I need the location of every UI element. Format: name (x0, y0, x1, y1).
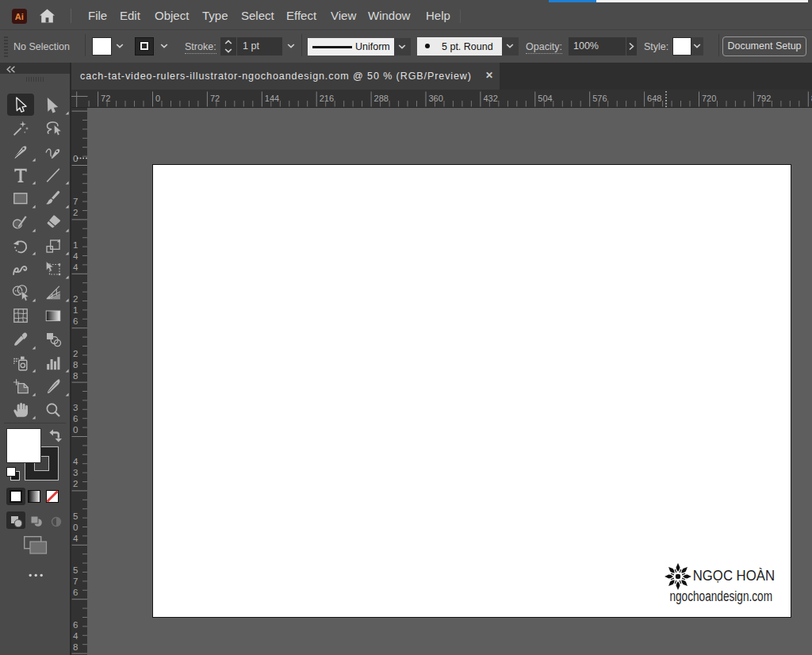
svg-text:7: 7 (73, 576, 78, 586)
svg-text:720: 720 (702, 94, 716, 103)
svg-text:4: 4 (73, 631, 79, 641)
svg-text:576: 576 (592, 94, 607, 103)
svg-text:2: 2 (73, 479, 78, 488)
svg-text:8: 8 (73, 360, 78, 370)
svg-text:1: 1 (73, 240, 78, 250)
svg-text:504: 504 (538, 94, 552, 103)
svg-text:4: 4 (73, 457, 79, 466)
svg-text:144: 144 (265, 94, 279, 103)
svg-text:216: 216 (320, 94, 334, 103)
svg-text:2: 2 (73, 294, 78, 304)
svg-text:5: 5 (73, 565, 78, 575)
svg-text:3: 3 (73, 403, 78, 412)
svg-text:4: 4 (73, 251, 79, 261)
svg-text:6: 6 (73, 414, 78, 423)
svg-text:0: 0 (73, 523, 78, 532)
svg-text:6: 6 (73, 588, 78, 597)
svg-text:3: 3 (73, 468, 78, 477)
svg-text:8: 8 (73, 642, 78, 652)
svg-text:8: 8 (73, 371, 78, 381)
svg-text:0: 0 (73, 425, 78, 435)
svg-text:2: 2 (73, 349, 78, 358)
svg-text:72: 72 (210, 94, 220, 103)
svg-text:72: 72 (101, 94, 110, 103)
svg-text:2: 2 (73, 208, 78, 217)
svg-text:648: 648 (647, 94, 661, 103)
svg-text:4: 4 (73, 262, 79, 272)
svg-text:0: 0 (155, 94, 160, 103)
svg-text:6: 6 (73, 316, 78, 326)
svg-text:288: 288 (374, 94, 389, 103)
svg-text:432: 432 (483, 94, 497, 103)
svg-text:7: 7 (73, 197, 78, 206)
svg-text:1: 1 (73, 305, 78, 315)
svg-text:6: 6 (73, 620, 78, 630)
svg-text:5: 5 (73, 511, 78, 521)
svg-text:4: 4 (73, 534, 79, 543)
svg-text:360: 360 (429, 94, 443, 103)
svg-text:792: 792 (756, 94, 771, 103)
